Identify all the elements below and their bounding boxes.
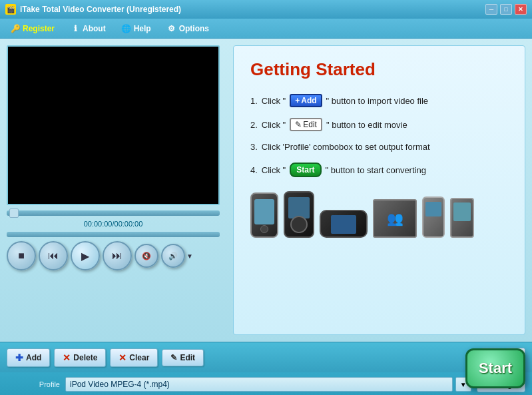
step-2: 2. Click " ✎ Edit " button to edit movie <box>250 118 508 131</box>
device-group: 👥 <box>373 199 417 238</box>
maximize-button[interactable]: □ <box>500 4 512 15</box>
profile-select[interactable]: iPod Video MPEG-4 (*.mp4) <box>65 377 453 392</box>
add-inline-label: Add <box>301 96 316 105</box>
timeline-thumb[interactable] <box>9 208 19 218</box>
stop-button[interactable]: ■ <box>7 241 36 270</box>
controls-row: ■ ⏮ ▶ ⏭ 🔇 🔊 ▼ <box>7 241 220 270</box>
prev-button[interactable]: ⏮ <box>39 241 68 270</box>
help-icon: 🌐 <box>122 24 131 33</box>
minimize-button[interactable]: ─ <box>485 4 497 15</box>
step-3-num: 3. <box>250 142 258 152</box>
register-icon: 🔑 <box>11 24 20 33</box>
edit-inline-label: Edit <box>303 120 317 129</box>
clear-label: Clear <box>129 353 149 362</box>
step-1-pre: Click " <box>262 96 286 106</box>
start-button[interactable]: Start <box>465 348 525 388</box>
step-2-post: " button to edit movie <box>326 120 407 130</box>
volume-area: 🔇 🔊 ▼ <box>134 244 193 268</box>
app-icon: 🎬 <box>5 4 16 15</box>
clear-button[interactable]: ✕ Clear <box>110 348 158 367</box>
menu-item-options[interactable]: ⚙ Options <box>162 22 214 35</box>
add-inline-icon: + <box>295 96 300 105</box>
profile-row: Profile iPod Video MPEG-4 (*.mp4) ▼ Sett… <box>7 376 525 392</box>
edit-button[interactable]: ✎ Edit <box>162 349 204 366</box>
titlebar-left: 🎬 iTake Total Video Converter (Unregiste… <box>5 4 181 15</box>
titlebar: 🎬 iTake Total Video Converter (Unregiste… <box>0 0 532 19</box>
menu-item-register[interactable]: 🔑 Register <box>5 22 60 35</box>
step-4: 4. Click " Start " button to start conve… <box>250 163 508 177</box>
edit-inline-icon: ✎ <box>295 120 302 129</box>
timeline-bar[interactable] <box>7 210 220 216</box>
menu-label-register: Register <box>23 24 55 33</box>
next-button[interactable]: ⏭ <box>103 241 132 270</box>
menu-item-about[interactable]: ℹ About <box>65 22 111 35</box>
add-label: Add <box>26 353 41 362</box>
delete-button[interactable]: ✕ Delete <box>54 348 106 367</box>
menu-label-about: About <box>83 24 106 33</box>
step-2-num: 2. <box>250 120 258 130</box>
clear-icon: ✕ <box>119 352 127 363</box>
options-icon: ⚙ <box>167 24 176 33</box>
profile-select-wrapper: iPod Video MPEG-4 (*.mp4) ▼ <box>65 377 471 392</box>
delete-icon: ✕ <box>63 352 71 363</box>
step-1-post: " button to import video file <box>326 96 428 106</box>
add-inline-btn[interactable]: + Add <box>290 94 322 107</box>
device-images: 👥 <box>250 191 508 238</box>
step-1: 1. Click " + Add " button to import vide… <box>250 94 508 107</box>
edit-icon: ✎ <box>170 353 177 362</box>
delete-label: Delete <box>73 353 97 362</box>
add-icon: ✚ <box>15 352 23 363</box>
edit-label: Edit <box>180 353 195 362</box>
play-button[interactable]: ▶ <box>71 241 100 270</box>
menu-label-options: Options <box>179 24 209 33</box>
step-3: 3. Click 'Profile' combobox to set outpu… <box>250 142 508 152</box>
start-inline-btn[interactable]: Start <box>290 163 321 177</box>
device-pda <box>450 198 474 238</box>
right-panel: Getting Started 1. Click " + Add " butto… <box>233 45 525 335</box>
menu-item-help[interactable]: 🌐 Help <box>117 22 156 35</box>
volume-dropdown[interactable]: ▼ <box>186 252 193 260</box>
left-panel: 00:00:00/00:00:00 ■ ⏮ ▶ ⏭ 🔇 🔊 ▼ <box>7 45 226 335</box>
main-area: 00:00:00/00:00:00 ■ ⏮ ▶ ⏭ 🔇 🔊 ▼ Getting … <box>0 39 532 342</box>
profile-label: Profile <box>7 380 60 388</box>
menu-label-help: Help <box>134 24 151 33</box>
getting-started-title: Getting Started <box>250 59 508 80</box>
device-psp <box>320 210 368 238</box>
step-1-num: 1. <box>250 96 258 106</box>
step-4-pre: Click " <box>262 165 286 175</box>
settings-area: Profile iPod Video MPEG-4 (*.mp4) ▼ Sett… <box>0 372 532 395</box>
start-label: Start <box>479 360 512 377</box>
bottom-toolbar: ✚ Add ✕ Delete ✕ Clear ✎ Edit ▲ ▼ <box>0 342 532 372</box>
volume-button[interactable]: 🔊 <box>161 244 185 268</box>
step-4-post: " button to start converting <box>326 165 426 175</box>
device-iphone <box>250 193 278 238</box>
video-screen <box>7 45 220 205</box>
mute-button[interactable]: 🔇 <box>134 244 158 268</box>
step-3-text: Click 'Profile' combobox to set output f… <box>262 142 430 152</box>
titlebar-title: iTake Total Video Converter (Unregistere… <box>20 5 181 14</box>
edit-inline-btn[interactable]: ✎ Edit <box>290 118 322 131</box>
step-4-num: 4. <box>250 165 258 175</box>
progress-bar <box>7 232 220 237</box>
device-nokia <box>422 197 445 238</box>
step-2-pre: Click " <box>262 120 286 130</box>
add-button[interactable]: ✚ Add <box>7 348 50 367</box>
device-ipod <box>284 191 314 238</box>
about-icon: ℹ <box>71 24 80 33</box>
timecode: 00:00:00/00:00:00 <box>7 220 220 228</box>
close-button[interactable]: ✕ <box>515 4 527 15</box>
menubar: 🔑 Register ℹ About 🌐 Help ⚙ Options <box>0 19 532 39</box>
titlebar-controls[interactable]: ─ □ ✕ <box>485 4 527 15</box>
